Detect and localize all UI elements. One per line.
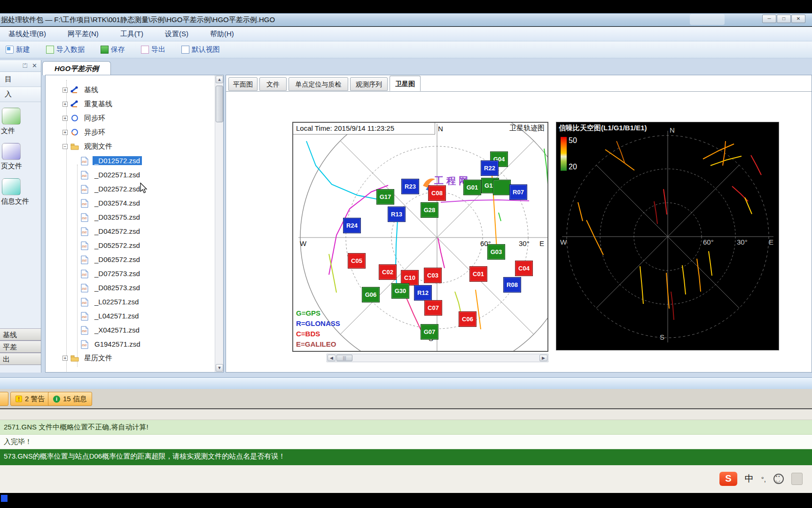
tree-node-观测文件[interactable]: −观测文件	[62, 141, 114, 152]
satellite-R12[interactable]: R12	[414, 285, 432, 301]
tree-file-row[interactable]: zsd_D062572.zsd	[80, 254, 142, 265]
dock-item-页文件[interactable]: 页文件	[0, 137, 41, 173]
sogou-input-icon[interactable]: S	[719, 472, 737, 486]
tree-scroll-thumb[interactable]	[216, 86, 223, 122]
satellite-partial[interactable]	[493, 180, 511, 195]
tab-卫星图[interactable]: 卫星图	[390, 76, 421, 91]
hscroll-thumb[interactable]	[336, 355, 352, 361]
tree-file-row[interactable]: zsd_D042572.zsd	[80, 225, 142, 237]
satellite-G07[interactable]: G07	[421, 324, 438, 340]
toolbar-button-保存[interactable]: 保存	[99, 44, 127, 55]
satellite-G28[interactable]: G28	[421, 202, 438, 218]
satellite-C03[interactable]: C03	[424, 268, 442, 283]
scroll-up-icon[interactable]: ▲	[216, 76, 223, 83]
satellite-G01[interactable]: G01	[463, 180, 481, 195]
tab-观测序列[interactable]: 观测序列	[350, 77, 388, 91]
close-button[interactable]: ✕	[791, 15, 805, 23]
satellite-R07[interactable]: R07	[509, 184, 527, 200]
satellite-G17[interactable]: G17	[376, 189, 394, 205]
expander-icon[interactable]: +	[62, 116, 68, 121]
tree-file-row[interactable]: zsdG1942571.zsd	[80, 338, 142, 349]
chinese-input-indicator[interactable]: 中	[745, 473, 754, 485]
svg-text:zsd: zsd	[82, 188, 87, 191]
menu-item-基线处理(B)[interactable]: 基线处理(B)	[6, 28, 49, 40]
status-separator	[0, 409, 812, 420]
satellite-G06[interactable]: G06	[362, 287, 380, 302]
dock-item-目[interactable]: 目	[0, 72, 41, 87]
satellite-C01[interactable]: C01	[469, 266, 487, 282]
scroll-down-icon[interactable]: ▼	[216, 364, 223, 372]
tab-平面图[interactable]: 平面图	[228, 77, 258, 91]
punctuation-mode-icon[interactable]: °,	[761, 475, 766, 483]
tree-node-同步环[interactable]: +同步环	[62, 112, 107, 124]
tree-scrollbar[interactable]: ▲ ▼	[215, 75, 224, 373]
close-icon[interactable]: ✕	[32, 62, 37, 70]
expander-icon[interactable]: +	[62, 356, 68, 361]
taskbar-corner-icon[interactable]	[1, 495, 8, 502]
accordion-section-出[interactable]: 出	[0, 353, 41, 365]
tree-node-星历文件[interactable]: +星历文件	[62, 352, 114, 364]
toolbar-button-导入数据[interactable]: 导入数据	[44, 44, 86, 55]
satellite-G03[interactable]: G03	[487, 244, 505, 260]
dock-item-信息文件[interactable]: 信息文件	[0, 173, 41, 208]
maximize-button[interactable]: □	[777, 15, 791, 23]
satellite-R08[interactable]: R08	[503, 277, 521, 293]
document-tab[interactable]: HGO平差示例	[42, 61, 111, 75]
satellite-C08[interactable]: C08	[428, 185, 446, 201]
menu-item-工具(T)[interactable]: 工具(T)	[117, 28, 146, 40]
status-button-2 警告[interactable]: !2 警告	[10, 392, 50, 406]
toolbar-button-默认视图[interactable]: 默认视图	[180, 44, 222, 55]
emoji-icon[interactable]	[773, 474, 784, 484]
dock-item-文件[interactable]: 文件	[0, 102, 41, 137]
tree-file-row[interactable]: zsd_X042571.zsd	[80, 324, 141, 335]
menu-item-设置(S)[interactable]: 设置(S)	[162, 28, 191, 40]
satellite-R22[interactable]: R22	[481, 160, 499, 176]
expander-icon[interactable]: +	[62, 87, 68, 93]
errors-button-partial[interactable]: 误	[0, 392, 8, 406]
tree-file-row[interactable]: zsd_D082573.zsd	[80, 282, 142, 293]
satellite-G30[interactable]: G30	[391, 283, 409, 299]
tree-node-异步环[interactable]: +异步环	[62, 127, 107, 138]
pin-icon[interactable]: ⏍	[23, 62, 27, 70]
tab-文件[interactable]: 文件	[259, 77, 287, 91]
tree-file-row[interactable]: zsd_D052572.zsd	[80, 239, 142, 251]
satellite-track-line	[697, 259, 701, 292]
tree-file-row[interactable]: zsd_D022572.zsd	[80, 183, 142, 194]
minimize-button[interactable]: ─	[762, 15, 776, 23]
tree-file-row[interactable]: zsd_D012572.zsd	[80, 155, 142, 166]
expander-icon[interactable]: +	[62, 102, 68, 107]
track-plot-hscrollbar[interactable]: ◀ ▶	[327, 354, 548, 362]
expander-icon[interactable]: −	[62, 144, 68, 149]
tree-file-row[interactable]: zsd_D032575.zsd	[80, 211, 142, 222]
tree-file-row[interactable]: zsd_D032574.zsd	[80, 197, 142, 208]
tree-file-label: G1942571.zsd	[93, 340, 142, 349]
satellite-C06[interactable]: C06	[459, 311, 476, 327]
satellite-C07[interactable]: C07	[424, 300, 442, 316]
tree-file-row[interactable]: zsd_L042571.zsd	[80, 310, 141, 321]
expander-icon[interactable]: +	[62, 130, 68, 135]
menu-item-网平差(N)[interactable]: 网平差(N)	[65, 28, 102, 40]
tree-node-基线[interactable]: +基线	[62, 84, 100, 95]
accordion-section-基线[interactable]: 基线	[0, 328, 41, 341]
tree-file-row[interactable]: zsd_L022571.zsd	[80, 296, 141, 307]
satellite-R13[interactable]: R13	[388, 206, 406, 222]
async-loop-icon	[70, 128, 79, 136]
toolbar-button-导出[interactable]: 导出	[139, 44, 167, 55]
toolbar-button-新建[interactable]: 新建	[4, 44, 32, 55]
tree-file-row[interactable]: zsd_D072573.zsd	[80, 268, 142, 279]
dock-item-入[interactable]: 入	[0, 87, 41, 102]
scroll-right-icon[interactable]: ▶	[539, 355, 547, 361]
satellite-C05[interactable]: C05	[348, 253, 366, 269]
menu-item-帮助(H)[interactable]: 帮助(H)	[207, 28, 237, 40]
scroll-left-icon[interactable]: ◀	[328, 355, 336, 361]
status-button-15 信息[interactable]: i15 信息	[48, 392, 92, 406]
accordion-section-平差[interactable]: 平差	[0, 341, 41, 353]
satellite-R23[interactable]: R23	[401, 179, 419, 194]
tree-file-row[interactable]: zsd_D022571.zsd	[80, 169, 142, 180]
satellite-R24[interactable]: R24	[343, 218, 361, 233]
tab-单点定位与质检[interactable]: 单点定位与质检	[289, 77, 348, 91]
tree-node-重复基线[interactable]: +重复基线	[62, 98, 114, 110]
tray-extra-icon[interactable]	[791, 473, 803, 485]
satellite-C02[interactable]: C02	[379, 264, 397, 280]
satellite-C04[interactable]: C04	[515, 261, 533, 276]
